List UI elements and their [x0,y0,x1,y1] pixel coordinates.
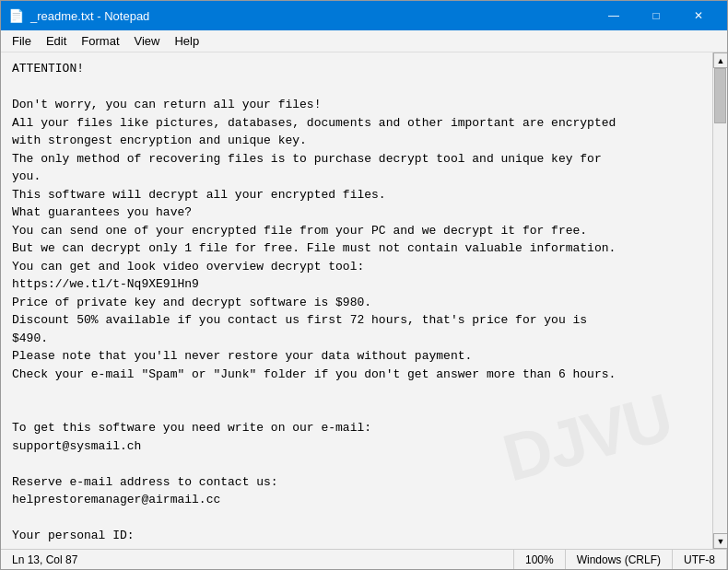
title-bar-left: 📄 _readme.txt - Notepad [8,8,149,23]
window-title: _readme.txt - Notepad [30,9,149,23]
content-wrapper: ATTENTION! Don't worry, you can return a… [1,52,727,549]
menu-bar: File Edit Format View Help [1,30,727,52]
maximize-button[interactable]: □ [635,1,677,30]
scrollbar-thumb[interactable] [714,68,726,123]
menu-help[interactable]: Help [167,32,206,50]
scroll-down-button[interactable]: ▼ [713,533,727,549]
status-encoding: UTF-8 [673,550,727,569]
title-bar-controls: — □ ✕ [593,1,720,30]
status-line-ending: Windows (CRLF) [566,550,673,569]
app-icon: 📄 [8,8,23,23]
text-editor[interactable]: ATTENTION! Don't worry, you can return a… [1,52,712,549]
title-bar: 📄 _readme.txt - Notepad — □ ✕ [1,1,727,30]
scroll-up-button[interactable]: ▲ [713,52,727,68]
scrollbar-track[interactable] [713,68,727,533]
menu-view[interactable]: View [127,32,168,50]
menu-edit[interactable]: Edit [39,32,74,50]
notepad-window: 📄 _readme.txt - Notepad — □ ✕ File Edit … [0,0,728,570]
vertical-scrollbar[interactable]: ▲ ▼ [712,52,727,549]
menu-format[interactable]: Format [74,32,126,50]
status-zoom: 100% [514,550,566,569]
close-button[interactable]: ✕ [677,1,720,30]
minimize-button[interactable]: — [593,1,635,30]
menu-file[interactable]: File [5,32,39,50]
status-position: Ln 13, Col 87 [1,550,514,569]
status-bar: Ln 13, Col 87 100% Windows (CRLF) UTF-8 [1,549,727,569]
